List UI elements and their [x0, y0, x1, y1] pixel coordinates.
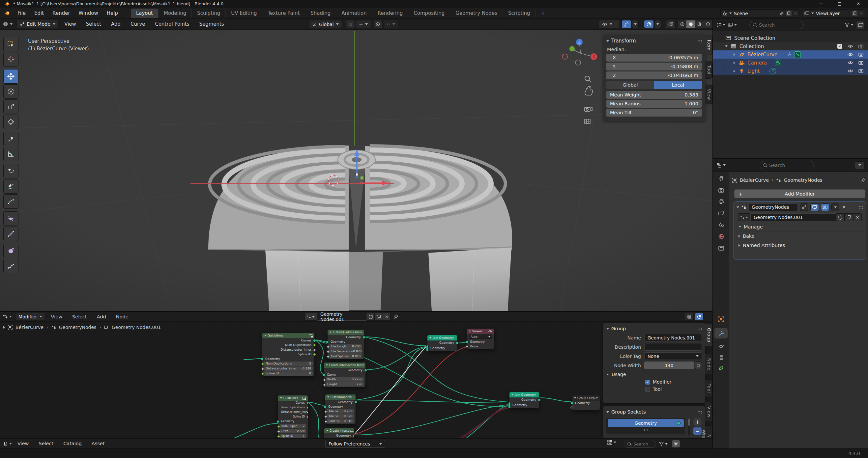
- minimize-button[interactable]: [812, 0, 831, 7]
- median-z-field[interactable]: Z-0.041663 m: [606, 71, 702, 79]
- asset-display-mode[interactable]: [607, 440, 616, 445]
- node-panel-tab-node[interactable]: Node: [705, 354, 712, 375]
- node-guidelines-1[interactable]: Guidelines Curves Num Duplications Dista…: [262, 332, 315, 377]
- node-menu-select[interactable]: Select: [68, 312, 91, 321]
- modifier-drag-handle[interactable]: [859, 206, 863, 209]
- disable-render-icon[interactable]: [859, 44, 863, 48]
- node-group-output[interactable]: Group Output Geometry: [572, 395, 600, 410]
- modifier-delete-button[interactable]: ✕: [842, 204, 846, 210]
- global-toggle[interactable]: Global: [606, 81, 654, 89]
- add-workspace-button[interactable]: +: [535, 8, 551, 18]
- disable-render-icon[interactable]: [859, 61, 863, 65]
- median-x-field[interactable]: X-0.063575 m: [606, 54, 702, 62]
- socket-row-geometry[interactable]: Geometry: [608, 419, 684, 427]
- viewport-menu-view[interactable]: View: [60, 19, 81, 29]
- field-grid-splines[interactable]: Grid Sp...0.010: [327, 419, 354, 423]
- socket-out-geometry[interactable]: [364, 369, 367, 372]
- object-expand-chevron[interactable]: [734, 70, 735, 72]
- disable-render-icon[interactable]: [859, 52, 863, 57]
- panel-drag-handle[interactable]: [697, 327, 702, 330]
- field-num-duplications[interactable]: Num Duplications5: [264, 362, 313, 366]
- field-tile-length[interactable]: Tile Le...0.200: [327, 409, 354, 414]
- tab-output[interactable]: [713, 196, 729, 207]
- gizmo-settings-chevron[interactable]: [632, 20, 639, 28]
- breadcrumb-object[interactable]: BézierCurve: [740, 177, 769, 183]
- properties-search[interactable]: [760, 161, 814, 169]
- socket-in-geometry[interactable]: [323, 405, 327, 408]
- node-viewer[interactable]: Viewer Auto Geometry Value: [467, 328, 494, 349]
- socket-in-empty[interactable]: [570, 406, 574, 409]
- properties-editor-type[interactable]: [716, 163, 726, 168]
- hide-eye-icon[interactable]: [847, 69, 853, 73]
- pin-icon[interactable]: [861, 178, 865, 183]
- object-expand-chevron[interactable]: [734, 53, 735, 56]
- socket-in-geometry[interactable]: [465, 340, 468, 344]
- add-socket-button[interactable]: +: [693, 418, 702, 426]
- color-tag-dropdown[interactable]: None: [644, 352, 702, 360]
- xray-toggle-button[interactable]: [666, 20, 676, 28]
- tool-select-box[interactable]: [3, 37, 19, 52]
- gizmo-y-handle[interactable]: [361, 176, 364, 179]
- viewport-menu-curve[interactable]: Curve: [126, 19, 149, 29]
- object-expand-chevron[interactable]: [734, 62, 735, 64]
- asset-search-input[interactable]: [633, 441, 652, 447]
- navigation-gizmo[interactable]: Z X: [557, 36, 600, 125]
- node-cutted-quadratic-tiles-1[interactable]: CuttedQuadraticTiles2 Geometry Geometry …: [327, 329, 364, 359]
- socket-in-geometry[interactable]: [326, 340, 329, 344]
- viewer-eye-icon[interactable]: [488, 330, 492, 332]
- field-spline-id[interactable]: Spline ID1: [280, 434, 306, 438]
- tab-object-data[interactable]: [713, 363, 729, 373]
- modifier-render-toggle[interactable]: [821, 203, 830, 211]
- socket-out-spline-id[interactable]: [307, 416, 308, 419]
- outliner-row-collection[interactable]: Collection ✓: [713, 42, 868, 51]
- tab-modifiers[interactable]: [713, 325, 729, 341]
- viewlayer-browse-chevron[interactable]: [811, 12, 814, 14]
- hide-eye-icon[interactable]: [847, 53, 853, 56]
- node-tree-type-dropdown[interactable]: Modifier: [15, 313, 45, 320]
- gizmo-axis-z-neg[interactable]: [576, 60, 581, 65]
- field-num-duplications[interactable]: Num Duplic...2: [280, 424, 306, 428]
- field-tile-separation[interactable]: Tile Separation0.020: [329, 349, 362, 354]
- socket-in-geometry[interactable]: [570, 402, 574, 405]
- workspace-tab-layout[interactable]: Layout: [131, 8, 158, 18]
- geometry-nodes-data-icon[interactable]: [794, 52, 801, 58]
- properties-search-input[interactable]: [769, 163, 810, 168]
- mean-radius-field[interactable]: Mean Radius1.000: [606, 100, 702, 108]
- tab-tool[interactable]: [713, 172, 729, 185]
- node-join-geometry-2[interactable]: Join Geometry Geometry Geometry: [509, 392, 539, 408]
- outliner-filter-display[interactable]: [728, 23, 737, 27]
- viewport-menu-control-points[interactable]: Control Points: [151, 19, 193, 29]
- viewport-canvas[interactable]: User Perspective (1) BézierCurve (Viewer…: [0, 30, 712, 311]
- socket-in-geometry[interactable]: [261, 358, 264, 361]
- transform-orientation-dropdown[interactable]: Global: [309, 20, 342, 28]
- tab-view-layer[interactable]: [713, 207, 729, 219]
- overlays-settings-chevron[interactable]: [654, 20, 661, 28]
- transform-panel-collapse[interactable]: [606, 40, 609, 42]
- asset-filter-button[interactable]: [659, 440, 668, 448]
- modifier-realtime-toggle[interactable]: [810, 203, 819, 211]
- tool-move[interactable]: [3, 69, 19, 84]
- sockets-panel-collapse[interactable]: [606, 411, 609, 413]
- socket-out-curves[interactable]: [307, 402, 308, 405]
- tool-randomize[interactable]: [3, 227, 19, 241]
- workspace-tab-compositing[interactable]: Compositing: [408, 8, 450, 18]
- panel-drag-handle[interactable]: [697, 39, 702, 42]
- asset-search[interactable]: [624, 440, 656, 448]
- scene-selector[interactable]: Scene ✕: [720, 9, 800, 18]
- node-panel-tab-group[interactable]: Group: [705, 324, 712, 347]
- proportional-falloff-dropdown[interactable]: [383, 20, 398, 28]
- unlink-node-group-button[interactable]: ✕: [383, 313, 391, 321]
- usage-modifier-checkbox[interactable]: ✓: [645, 380, 650, 385]
- group-panel-collapse[interactable]: [606, 328, 609, 330]
- snap-toggle-button[interactable]: [346, 20, 355, 28]
- tool-transform[interactable]: [3, 115, 19, 129]
- tool-poly-build[interactable]: [3, 259, 19, 273]
- outliner-row-scene-collection[interactable]: Scene Collection: [713, 34, 868, 42]
- gizmo-axis-x-neg[interactable]: [562, 54, 567, 59]
- tab-collection[interactable]: [713, 243, 729, 254]
- npanel-tab-view[interactable]: View: [705, 85, 712, 104]
- node-snap-toggle[interactable]: [685, 313, 694, 321]
- menu-window[interactable]: Window: [74, 7, 102, 19]
- tab-constraints[interactable]: [713, 352, 729, 363]
- asset-menu-catalog[interactable]: Catalog: [59, 438, 86, 449]
